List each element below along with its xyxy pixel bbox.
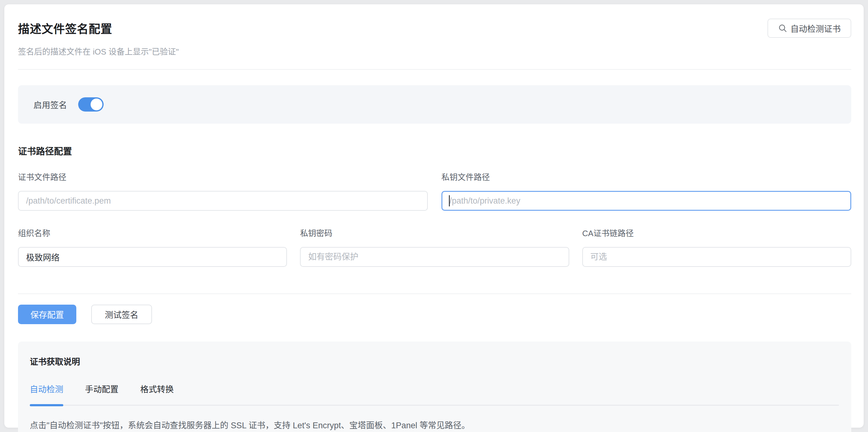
cert-file-path-input[interactable] xyxy=(18,191,428,211)
cert-help-content: 点击"自动检测证书"按钮，系统会自动查找服务器上的 SSL 证书，支持 Let'… xyxy=(30,419,839,431)
ca-chain-input[interactable] xyxy=(582,247,851,267)
save-config-button[interactable]: 保存配置 xyxy=(18,305,76,324)
cert-help-tabs: 自动检测 手动配置 格式转换 xyxy=(30,383,839,406)
cert-help-title: 证书获取说明 xyxy=(30,355,839,367)
cert-help-card: 证书获取说明 自动检测 手动配置 格式转换 点击"自动检测证书"按钮，系统会自动… xyxy=(18,341,851,432)
profile-signing-panel: 描述文件签名配置 签名后的描述文件在 iOS 设备上显示"已验证" 自动检测证书… xyxy=(4,4,864,428)
cert-file-path-input-wrap xyxy=(18,191,428,211)
org-name-field: 组织名称 xyxy=(18,227,287,267)
cert-path-section-title: 证书路径配置 xyxy=(18,144,851,157)
header-divider xyxy=(18,69,851,70)
auto-detect-cert-button-label: 自动检测证书 xyxy=(790,22,841,34)
org-name-input-wrap xyxy=(18,247,287,267)
page-title: 描述文件签名配置 xyxy=(18,20,179,37)
key-file-path-input-wrap xyxy=(441,191,851,211)
key-password-field: 私钥密码 xyxy=(300,227,569,267)
tab-manual-config[interactable]: 手动配置 xyxy=(85,383,119,405)
text-cursor xyxy=(449,195,450,206)
key-password-input[interactable] xyxy=(300,247,569,267)
cert-extra-row: 组织名称 私钥密码 CA证书链路径 xyxy=(18,227,851,267)
test-signing-button[interactable]: 测试签名 xyxy=(91,305,152,324)
cert-path-row: 证书文件路径 私钥文件路径 xyxy=(18,171,851,211)
ca-chain-label: CA证书链路径 xyxy=(582,227,851,238)
auto-detect-cert-button[interactable]: 自动检测证书 xyxy=(768,19,851,38)
action-row: 保存配置 测试签名 xyxy=(18,305,851,324)
tab-auto-detect[interactable]: 自动检测 xyxy=(30,383,63,405)
org-name-label: 组织名称 xyxy=(18,227,287,238)
org-name-input[interactable] xyxy=(18,247,287,267)
ca-chain-input-wrap xyxy=(582,247,851,267)
cert-file-path-field: 证书文件路径 xyxy=(18,171,428,211)
search-icon xyxy=(778,24,787,33)
key-file-path-label: 私钥文件路径 xyxy=(441,171,851,182)
key-file-path-field: 私钥文件路径 xyxy=(441,171,851,211)
key-password-input-wrap xyxy=(300,247,569,267)
page-subtitle: 签名后的描述文件在 iOS 设备上显示"已验证" xyxy=(18,45,179,57)
ca-chain-field: CA证书链路径 xyxy=(582,227,851,267)
panel-header: 描述文件签名配置 签名后的描述文件在 iOS 设备上显示"已验证" 自动检测证书 xyxy=(18,18,851,57)
key-password-label: 私钥密码 xyxy=(300,227,569,238)
cert-file-path-label: 证书文件路径 xyxy=(18,171,428,182)
enable-signing-toggle[interactable] xyxy=(78,97,103,111)
key-file-path-input[interactable] xyxy=(441,191,851,211)
toggle-knob xyxy=(91,99,102,110)
enable-signing-label: 启用签名 xyxy=(33,99,67,111)
header-text-block: 描述文件签名配置 签名后的描述文件在 iOS 设备上显示"已验证" xyxy=(18,18,179,57)
enable-signing-panel: 启用签名 xyxy=(18,85,851,124)
tab-format-convert[interactable]: 格式转换 xyxy=(140,383,174,405)
form-divider xyxy=(18,294,851,294)
